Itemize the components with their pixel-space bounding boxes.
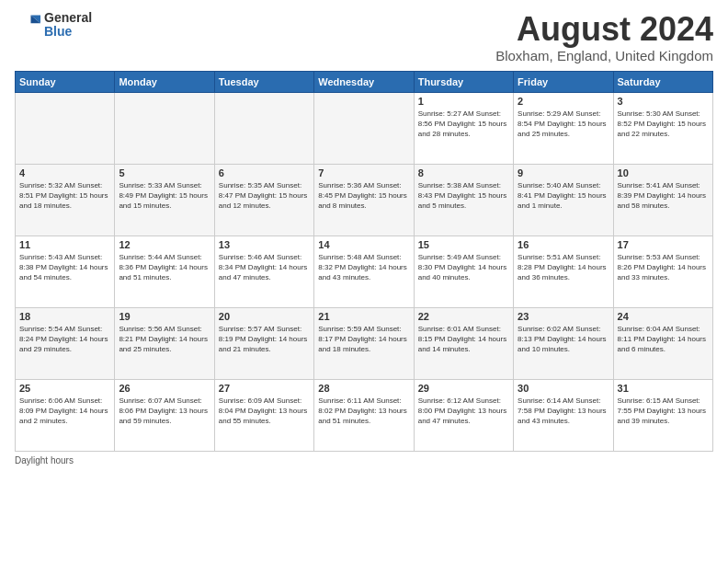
day-number: 21 [318,311,409,322]
table-cell [314,92,414,164]
day-info: Sunrise: 5:38 AM Sunset: 8:43 PM Dayligh… [418,180,509,212]
table-cell: 9Sunrise: 5:40 AM Sunset: 8:41 PM Daylig… [514,164,613,236]
page: General Blue August 2024 Bloxham, Englan… [0,0,728,563]
title-block: August 2024 Bloxham, England, United Kin… [495,11,713,63]
table-cell [16,92,115,164]
col-wednesday: Wednesday [314,71,414,92]
table-cell: 26Sunrise: 6:07 AM Sunset: 8:06 PM Dayli… [115,379,214,451]
day-info: Sunrise: 6:07 AM Sunset: 8:06 PM Dayligh… [119,396,210,427]
logo-text: General Blue [44,11,92,40]
logo: General Blue [15,11,92,40]
day-number: 6 [219,167,310,178]
day-number: 22 [418,311,509,322]
table-cell: 24Sunrise: 6:04 AM Sunset: 8:11 PM Dayli… [613,307,712,379]
day-number: 1 [418,96,509,107]
day-number: 23 [518,311,609,322]
logo-general-text: General [44,11,92,25]
table-cell: 23Sunrise: 6:02 AM Sunset: 8:13 PM Dayli… [514,307,613,379]
table-cell: 29Sunrise: 6:12 AM Sunset: 8:00 PM Dayli… [414,379,513,451]
day-info: Sunrise: 5:44 AM Sunset: 8:36 PM Dayligh… [119,252,210,283]
day-number: 18 [19,311,110,322]
day-info: Sunrise: 5:41 AM Sunset: 8:39 PM Dayligh… [618,180,709,212]
col-monday: Monday [115,71,214,92]
header: General Blue August 2024 Bloxham, Englan… [15,11,713,63]
day-info: Sunrise: 6:02 AM Sunset: 8:13 PM Dayligh… [518,324,609,355]
day-info: Sunrise: 5:36 AM Sunset: 8:45 PM Dayligh… [318,180,409,212]
day-number: 28 [318,383,409,394]
day-number: 2 [518,96,609,107]
day-info: Sunrise: 5:32 AM Sunset: 8:51 PM Dayligh… [19,180,110,212]
table-cell: 3Sunrise: 5:30 AM Sunset: 8:52 PM Daylig… [613,92,712,164]
table-cell: 17Sunrise: 5:53 AM Sunset: 8:26 PM Dayli… [613,236,712,307]
day-info: Sunrise: 5:56 AM Sunset: 8:21 PM Dayligh… [119,324,210,355]
day-info: Sunrise: 6:09 AM Sunset: 8:04 PM Dayligh… [219,396,310,427]
table-cell: 22Sunrise: 6:01 AM Sunset: 8:15 PM Dayli… [414,307,513,379]
day-info: Sunrise: 5:35 AM Sunset: 8:47 PM Dayligh… [219,180,310,212]
day-info: Sunrise: 5:48 AM Sunset: 8:32 PM Dayligh… [318,252,409,283]
table-cell: 4Sunrise: 5:32 AM Sunset: 8:51 PM Daylig… [16,164,115,236]
table-cell: 21Sunrise: 5:59 AM Sunset: 8:17 PM Dayli… [314,307,414,379]
week-row-3: 18Sunrise: 5:54 AM Sunset: 8:24 PM Dayli… [16,307,713,379]
day-number: 29 [418,383,509,394]
table-cell: 25Sunrise: 6:06 AM Sunset: 8:09 PM Dayli… [16,379,115,451]
week-row-0: 1Sunrise: 5:27 AM Sunset: 8:56 PM Daylig… [16,92,713,164]
day-info: Sunrise: 6:14 AM Sunset: 7:58 PM Dayligh… [518,396,609,427]
col-tuesday: Tuesday [214,71,313,92]
table-cell: 5Sunrise: 5:33 AM Sunset: 8:49 PM Daylig… [115,164,214,236]
table-cell: 2Sunrise: 5:29 AM Sunset: 8:54 PM Daylig… [514,92,613,164]
logo-icon [15,12,40,38]
table-cell: 20Sunrise: 5:57 AM Sunset: 8:19 PM Dayli… [214,307,313,379]
table-cell: 7Sunrise: 5:36 AM Sunset: 8:45 PM Daylig… [314,164,414,236]
day-info: Sunrise: 5:53 AM Sunset: 8:26 PM Dayligh… [618,252,709,283]
calendar-table: Sunday Monday Tuesday Wednesday Thursday… [15,71,713,452]
day-info: Sunrise: 5:51 AM Sunset: 8:28 PM Dayligh… [518,252,609,283]
week-row-2: 11Sunrise: 5:43 AM Sunset: 8:38 PM Dayli… [16,236,713,307]
day-info: Sunrise: 5:59 AM Sunset: 8:17 PM Dayligh… [318,324,409,355]
table-cell: 28Sunrise: 6:11 AM Sunset: 8:02 PM Dayli… [314,379,414,451]
day-number: 8 [418,167,509,178]
day-number: 17 [618,239,709,250]
day-number: 19 [119,311,210,322]
day-number: 3 [618,96,709,107]
day-info: Sunrise: 6:12 AM Sunset: 8:00 PM Dayligh… [418,396,509,427]
header-row: Sunday Monday Tuesday Wednesday Thursday… [16,71,713,92]
table-cell: 11Sunrise: 5:43 AM Sunset: 8:38 PM Dayli… [16,236,115,307]
day-number: 20 [219,311,310,322]
day-number: 27 [219,383,310,394]
day-info: Sunrise: 5:29 AM Sunset: 8:54 PM Dayligh… [518,109,609,140]
day-info: Sunrise: 5:30 AM Sunset: 8:52 PM Dayligh… [618,109,709,140]
location: Bloxham, England, United Kingdom [495,48,713,63]
table-cell: 31Sunrise: 6:15 AM Sunset: 7:55 PM Dayli… [613,379,712,451]
table-cell [214,92,313,164]
day-info: Sunrise: 5:43 AM Sunset: 8:38 PM Dayligh… [19,252,110,283]
day-number: 26 [119,383,210,394]
table-cell: 15Sunrise: 5:49 AM Sunset: 8:30 PM Dayli… [414,236,513,307]
table-cell: 27Sunrise: 6:09 AM Sunset: 8:04 PM Dayli… [214,379,313,451]
table-cell [115,92,214,164]
day-info: Sunrise: 5:46 AM Sunset: 8:34 PM Dayligh… [219,252,310,283]
day-number: 11 [19,239,110,250]
table-cell: 16Sunrise: 5:51 AM Sunset: 8:28 PM Dayli… [514,236,613,307]
day-info: Sunrise: 5:57 AM Sunset: 8:19 PM Dayligh… [219,324,310,355]
week-row-1: 4Sunrise: 5:32 AM Sunset: 8:51 PM Daylig… [16,164,713,236]
table-cell: 18Sunrise: 5:54 AM Sunset: 8:24 PM Dayli… [16,307,115,379]
day-number: 4 [19,167,110,178]
day-info: Sunrise: 6:11 AM Sunset: 8:02 PM Dayligh… [318,396,409,427]
day-info: Sunrise: 6:04 AM Sunset: 8:11 PM Dayligh… [618,324,709,355]
day-number: 15 [418,239,509,250]
day-info: Sunrise: 6:06 AM Sunset: 8:09 PM Dayligh… [19,396,110,427]
month-year: August 2024 [495,11,713,48]
day-number: 5 [119,167,210,178]
day-number: 9 [518,167,609,178]
table-cell: 14Sunrise: 5:48 AM Sunset: 8:32 PM Dayli… [314,236,414,307]
day-number: 31 [618,383,709,394]
day-info: Sunrise: 6:01 AM Sunset: 8:15 PM Dayligh… [418,324,509,355]
day-number: 12 [119,239,210,250]
table-cell: 13Sunrise: 5:46 AM Sunset: 8:34 PM Dayli… [214,236,313,307]
table-cell: 12Sunrise: 5:44 AM Sunset: 8:36 PM Dayli… [115,236,214,307]
day-number: 24 [618,311,709,322]
day-number: 30 [518,383,609,394]
table-cell: 1Sunrise: 5:27 AM Sunset: 8:56 PM Daylig… [414,92,513,164]
week-row-4: 25Sunrise: 6:06 AM Sunset: 8:09 PM Dayli… [16,379,713,451]
day-info: Sunrise: 5:40 AM Sunset: 8:41 PM Dayligh… [518,180,609,212]
